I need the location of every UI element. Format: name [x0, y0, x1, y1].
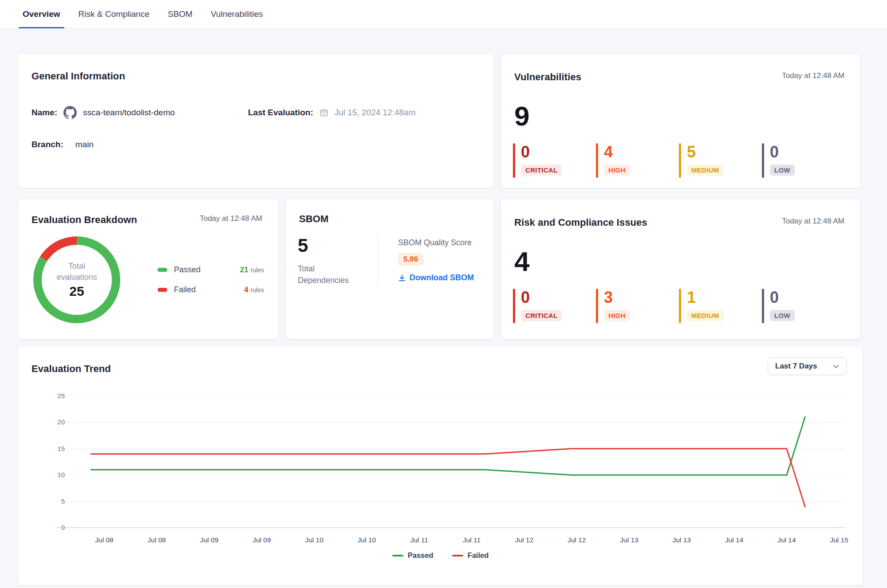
calendar-icon	[319, 108, 328, 117]
vulnerabilities-severity-row: 0CRITICAL4HIGH5MEDIUM0LOW	[513, 143, 860, 178]
svg-text:20: 20	[57, 418, 65, 426]
evaluation-trend-card: Evaluation Trend Last 7 Days 0510152025J…	[18, 346, 863, 585]
severity-count: 0	[770, 289, 779, 306]
svg-text:15: 15	[57, 445, 65, 452]
github-icon	[63, 106, 77, 119]
trend-legend: PassedFailed	[18, 551, 863, 560]
evaluation-breakdown-timestamp: Today at 12:48 AM	[200, 214, 262, 223]
svg-text:Jul 11: Jul 11	[410, 536, 428, 544]
vulnerabilities-title: Vulnerabilities	[514, 71, 581, 83]
branch-value: main	[75, 140, 94, 149]
branch-label: Branch:	[32, 140, 63, 149]
svg-text:Jul 11: Jul 11	[463, 536, 481, 544]
legend-label: Failed	[468, 551, 489, 560]
severity-item-medium: 1MEDIUM	[679, 289, 762, 323]
severity-item-critical: 0CRITICAL	[513, 289, 596, 323]
severity-count: 5	[687, 143, 696, 161]
tab-sbom[interactable]: SBOM	[164, 0, 197, 28]
legend-label: Passed	[174, 265, 240, 274]
svg-text:Jul 12: Jul 12	[568, 536, 586, 544]
tab-vulnerabilities[interactable]: Vulnerabilities	[207, 0, 267, 28]
svg-text:Jul 10: Jul 10	[305, 536, 324, 544]
legend-swatch	[452, 555, 463, 557]
legend-label: Failed	[174, 285, 244, 294]
sbom-title: SBOM	[299, 213, 328, 225]
branch-row: Branch: main	[32, 140, 248, 149]
legend-unit: rules	[251, 267, 264, 274]
severity-badge: LOW	[770, 165, 795, 176]
severity-badge: MEDIUM	[687, 165, 724, 176]
evaluation-trend-chart: 0510152025Jul 08Jul 08Jul 09Jul 09Jul 10…	[18, 346, 863, 586]
repo-name-value: ssca-team/todolist-demo	[83, 108, 175, 118]
last-evaluation-row: Last Evaluation: Jul 15, 2024 12:48am	[248, 108, 480, 118]
tab-overview[interactable]: Overview	[19, 0, 64, 28]
vulnerabilities-timestamp: Today at 12:48 AM	[782, 71, 844, 80]
severity-bar	[679, 143, 681, 178]
severity-badge: CRITICAL	[521, 165, 562, 176]
severity-count: 0	[521, 289, 530, 306]
sbom-quality-score-label: SBOM Quality Score	[398, 238, 474, 247]
sbom-total-dependencies: 5	[298, 236, 378, 255]
severity-badge: MEDIUM	[687, 310, 724, 321]
svg-text:Jul 13: Jul 13	[620, 536, 638, 544]
breakdown-legend: Passed21rulesFailed4rules	[158, 265, 264, 294]
severity-count: 0	[770, 143, 779, 161]
evaluation-breakdown-title: Evaluation Breakdown	[32, 214, 137, 226]
sbom-total-label: Total Dependencies	[298, 263, 378, 286]
sbom-dependencies: 5 Total Dependencies	[298, 236, 378, 286]
svg-text:Jul 09: Jul 09	[252, 536, 271, 544]
severity-count: 0	[521, 143, 530, 161]
svg-text:25: 25	[57, 392, 65, 400]
svg-text:Jul 08: Jul 08	[148, 536, 166, 544]
donut-total-value: 25	[69, 284, 84, 299]
last-evaluation-label: Last Evaluation:	[248, 108, 313, 118]
severity-bar	[762, 289, 764, 323]
severity-badge: HIGH	[604, 165, 630, 176]
repo-name-row: Name: ssca-team/todolist-demo	[32, 106, 248, 119]
svg-text:Jul 13: Jul 13	[673, 536, 691, 544]
legend-swatch	[392, 555, 403, 557]
svg-text:10: 10	[57, 471, 65, 478]
severity-count: 1	[687, 289, 696, 306]
severity-bar	[762, 143, 764, 178]
vulnerabilities-card: Vulnerabilities Today at 12:48 AM 9 0CRI…	[501, 53, 861, 188]
last-evaluation-value: Jul 15, 2024 12:48am	[335, 108, 416, 118]
risk-compliance-card: Risk and Compliance Issues Today at 12:4…	[501, 199, 861, 339]
legend-count: 4	[244, 286, 248, 294]
severity-item-high: 4HIGH	[596, 143, 679, 178]
trend-legend-failed: Failed	[452, 551, 489, 560]
download-sbom-link[interactable]: Download SBOM	[398, 273, 474, 282]
severity-bar	[513, 143, 515, 178]
severity-bar	[513, 289, 515, 323]
tab-risk-compliance[interactable]: Risk & Compliance	[75, 0, 154, 28]
row-overview-top: General Information Name: ssca-team/todo…	[18, 53, 869, 188]
severity-item-critical: 0CRITICAL	[513, 143, 596, 178]
general-information-fields: Name: ssca-team/todolist-demo Last Evalu…	[18, 82, 493, 149]
general-information-card: General Information Name: ssca-team/todo…	[18, 53, 494, 188]
severity-badge: CRITICAL	[521, 310, 562, 321]
legend-label: Passed	[408, 551, 434, 560]
svg-text:0: 0	[61, 524, 65, 531]
legend-unit: rules	[251, 286, 264, 294]
severity-count: 3	[604, 289, 613, 306]
sbom-divider	[378, 236, 378, 286]
svg-text:Jul 10: Jul 10	[358, 536, 376, 544]
trend-legend-passed: Passed	[392, 551, 434, 560]
svg-text:Jul 12: Jul 12	[515, 536, 533, 544]
svg-text:Jul 14: Jul 14	[725, 536, 744, 544]
general-information-title: General Information	[32, 71, 125, 82]
evaluations-donut-chart: Total evaluations 25	[33, 236, 120, 323]
severity-item-medium: 5MEDIUM	[679, 143, 762, 178]
donut-center-label: Total	[68, 261, 85, 271]
dashboard-content: General Information Name: ssca-team/todo…	[0, 53, 887, 585]
sbom-quality-score-value: 5.86	[398, 253, 423, 266]
severity-bar	[679, 289, 681, 323]
severity-item-low: 0LOW	[762, 143, 845, 178]
name-label: Name:	[32, 108, 57, 118]
severity-item-low: 0LOW	[762, 289, 845, 323]
severity-bar	[596, 143, 598, 178]
row-overview-middle: Evaluation Breakdown Today at 12:48 AM T…	[18, 199, 869, 339]
severity-item-high: 3HIGH	[596, 289, 679, 323]
svg-text:Jul 14: Jul 14	[777, 536, 796, 544]
breakdown-legend-failed: Failed4rules	[158, 285, 264, 294]
